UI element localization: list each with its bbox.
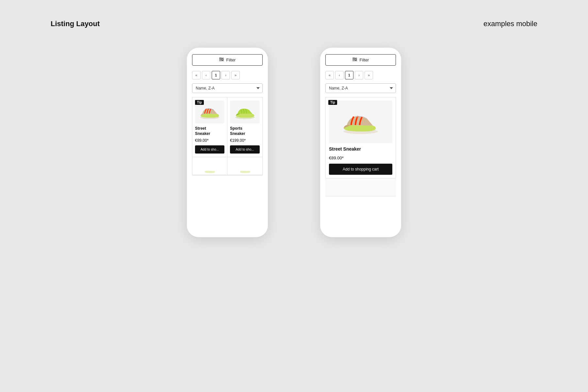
filter-icon-left — [219, 57, 224, 62]
product-price-1: €89.00* — [195, 138, 224, 143]
product-name-2: SportsSneaker — [230, 126, 260, 136]
partial-cell-1 — [192, 157, 227, 175]
pagination-left: « ‹ 1 › » — [192, 71, 263, 79]
page-first-right[interactable]: « — [325, 71, 334, 79]
filter-label-right: Filter — [360, 57, 369, 62]
page-prev-right[interactable]: ‹ — [335, 71, 344, 79]
product-image-large-1 — [329, 101, 392, 143]
page-last-right[interactable]: » — [365, 71, 373, 79]
sort-select-right[interactable]: Name, Z-A Name, A-Z Price asc Price desc — [325, 83, 396, 93]
page-next-left[interactable]: › — [221, 71, 230, 79]
page-container: Listing Layout examples mobile Filter — [0, 20, 588, 237]
tip-badge-1: Tip — [195, 100, 204, 105]
product-name-large-1: Street Sneaker — [329, 146, 392, 152]
partial-cell-2 — [227, 157, 262, 175]
tip-badge-right-1: Tip — [328, 100, 337, 105]
product-price-2: €199.00* — [230, 138, 260, 143]
product-grid-partial-left — [192, 157, 263, 175]
phone-mockup-right: Filter « ‹ 1 › » Name, Z-A Name, A-Z Pri… — [320, 48, 401, 237]
page-next-right[interactable]: › — [355, 71, 363, 79]
product-row-1: Tip — [326, 97, 396, 178]
product-row-partial-right — [325, 178, 396, 196]
product-price-large-1: €89.00* — [329, 155, 392, 160]
phone-mockup-left: Filter « ‹ 1 › » Name, Z-A Name, A-Z Pri… — [187, 48, 268, 237]
page-prev-left[interactable]: ‹ — [202, 71, 210, 79]
filter-label-left: Filter — [226, 57, 236, 62]
page-current-right[interactable]: 1 — [345, 71, 353, 79]
svg-point-3 — [220, 57, 221, 59]
product-name-1: StreetSneaker — [195, 126, 224, 136]
filter-icon-right — [352, 57, 357, 62]
examples-mobile-label: examples mobile — [483, 20, 537, 28]
svg-point-11 — [355, 59, 356, 60]
product-list-right: Tip — [325, 97, 396, 178]
filter-button-right[interactable]: Filter — [325, 54, 396, 66]
page-first-left[interactable]: « — [192, 71, 201, 79]
product-cell-2: SportsSneaker €199.00* Add to sho... — [227, 97, 262, 157]
product-cell-1: Tip — [192, 97, 227, 157]
add-to-cart-btn-1[interactable]: Add to sho... — [195, 145, 224, 154]
listing-layout-label: Listing Layout — [51, 20, 100, 28]
add-to-cart-btn-large-1[interactable]: Add to shopping cart — [329, 164, 392, 175]
add-to-cart-btn-2[interactable]: Add to sho... — [230, 145, 260, 154]
page-current-left[interactable]: 1 — [212, 71, 220, 79]
product-grid-left: Tip — [192, 97, 263, 157]
page-last-left[interactable]: » — [231, 71, 240, 79]
product-image-2 — [230, 101, 260, 123]
svg-point-10 — [353, 57, 354, 59]
header-labels: Listing Layout examples mobile — [0, 20, 588, 28]
pagination-right: « ‹ 1 › » — [325, 71, 396, 79]
sort-select-left[interactable]: Name, Z-A Name, A-Z Price asc Price desc — [192, 83, 263, 93]
svg-point-4 — [222, 59, 223, 60]
filter-button-left[interactable]: Filter — [192, 54, 263, 66]
mockups-row: Filter « ‹ 1 › » Name, Z-A Name, A-Z Pri… — [0, 48, 588, 237]
